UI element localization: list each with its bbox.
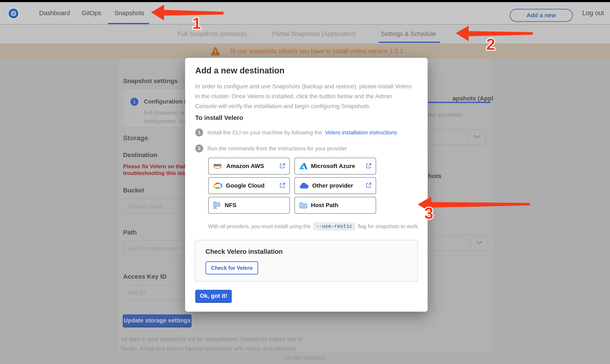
nav-item-dashboard[interactable]: Dashboard	[39, 2, 70, 24]
top-navbar: Dashboard GitOps Snapshots Add a new app…	[0, 2, 610, 24]
provider-google-cloud[interactable]: Google Cloud	[208, 177, 290, 194]
step-1-text: Install the CLI on your machine by follo…	[208, 129, 322, 136]
google-cloud-icon	[213, 182, 222, 189]
snapshots-subnav: Full Snapshots (Instance) Partial Snapsh…	[0, 25, 610, 43]
retention-heading-fragment: hots	[428, 172, 441, 180]
snapshots-active-underline	[108, 23, 149, 24]
install-velero-heading: To install Velero	[195, 114, 243, 121]
provider-other[interactable]: Other provider	[295, 177, 376, 194]
provider-label: Other provider	[312, 182, 353, 189]
provider-label: Amazon AWS	[226, 163, 264, 169]
external-link-icon	[365, 182, 372, 189]
restic-note: With all providers, you must install usi…	[208, 222, 419, 231]
path-label: Path	[123, 229, 137, 236]
aws-icon: aws	[213, 162, 223, 170]
partial-snapshots-subtab[interactable]: apshots (Application)	[418, 95, 493, 102]
external-link-icon	[279, 163, 286, 170]
dropdown-divider	[470, 238, 470, 248]
add-application-button[interactable]: Add a new application	[510, 9, 573, 22]
chevron-down-icon	[473, 135, 481, 140]
external-link-icon	[365, 163, 372, 170]
screen: Dashboard GitOps Snapshots Add a new app…	[0, 0, 610, 364]
dropdown-divider	[468, 132, 468, 142]
check-velero-heading: Check Velero installation	[206, 248, 283, 256]
kubernetes-wheel-icon	[10, 10, 17, 17]
modal-description: In order to configure and use Snapshots …	[195, 81, 413, 111]
kubernetes-logo	[8, 8, 19, 19]
velero-warning-banner: To use snapshots reliably you have to in…	[0, 43, 610, 59]
nfs-folder-icon	[213, 201, 221, 209]
provider-amazon-aws[interactable]: aws Amazon AWS	[208, 158, 290, 175]
provider-microsoft-azure[interactable]: Microsoft Azure	[295, 158, 376, 175]
step-2-badge: 2	[195, 144, 203, 153]
info-icon: i	[130, 98, 138, 106]
install-step-2: 2 Run the commands from the instructions…	[195, 144, 347, 153]
logout-link[interactable]: Log out	[582, 2, 604, 24]
velero-error-text: troubleshooting this issue	[123, 170, 191, 176]
velero-error-text: Please fix Velero so that th	[123, 163, 192, 170]
top-black-strip	[0, 0, 610, 2]
check-velero-box: Check Velero installation Check for Vele…	[195, 240, 418, 282]
modal-title: Add a new destination	[195, 66, 284, 75]
provider-nfs[interactable]: NFS	[208, 197, 290, 214]
svg-text:aws: aws	[213, 162, 221, 167]
ok-got-it-button[interactable]: Ok, got it!	[195, 290, 232, 303]
provider-label: Host Path	[311, 202, 338, 208]
page-title: Snapshot settings	[123, 77, 178, 85]
tab-full-snapshots[interactable]: Full Snapshots (Instance)	[178, 25, 247, 43]
provider-label: Google Cloud	[226, 182, 265, 189]
nav-item-gitops[interactable]: GitOps	[82, 2, 101, 24]
destination-heading: Destination	[123, 151, 157, 158]
check-for-velero-button[interactable]: Check for Velero	[206, 261, 258, 274]
update-storage-button[interactable]: Update storage settings	[123, 314, 192, 327]
bucket-label: Bucket	[123, 187, 144, 194]
provider-label: NFS	[225, 202, 236, 208]
footer-timestamp: 1614873688850	[0, 355, 610, 362]
partial-tab-underline	[425, 102, 491, 103]
host-path-folder-icon	[299, 202, 308, 209]
tab-settings-schedule[interactable]: Settings & Schedule	[381, 25, 436, 43]
install-step-1: 1 Install the CLI on your machine by fol…	[195, 129, 397, 136]
dedupe-text: All data in your snapshots will be dedup…	[121, 336, 302, 343]
step-2-text: Run the commands from the instructions f…	[208, 145, 347, 152]
external-link-icon	[279, 182, 286, 189]
restic-prefix: With all providers, you must install usi…	[208, 223, 311, 229]
nav-item-snapshots[interactable]: Snapshots	[115, 2, 144, 24]
chevron-down-icon	[475, 240, 483, 246]
cloud-icon	[299, 182, 309, 189]
velero-instructions-link[interactable]: Velero installation instructions	[325, 129, 397, 136]
provider-label: Microsoft Azure	[311, 163, 355, 169]
add-destination-modal: Add a new destination In order to config…	[185, 58, 428, 312]
tab-partial-snapshots[interactable]: Partial Snapshots (Application)	[272, 25, 356, 43]
storage-heading: Storage	[123, 134, 148, 142]
warning-icon	[211, 47, 220, 57]
retention-hint-text: matically deleting older	[421, 202, 481, 208]
access-key-label: Access Key ID	[123, 273, 167, 280]
azure-icon	[299, 163, 308, 169]
dedupe-text: Restic, a fast and secure backup technol…	[121, 346, 298, 351]
restic-suffix: flag for snapshots to work.	[358, 223, 419, 229]
settings-active-underline	[379, 42, 440, 43]
step-1-badge: 1	[195, 129, 203, 136]
provider-host-path[interactable]: Host Path	[295, 197, 376, 214]
warning-text: To use snapshots reliably you have to in…	[229, 43, 403, 59]
restic-code-chip: --use-restic	[313, 222, 355, 231]
